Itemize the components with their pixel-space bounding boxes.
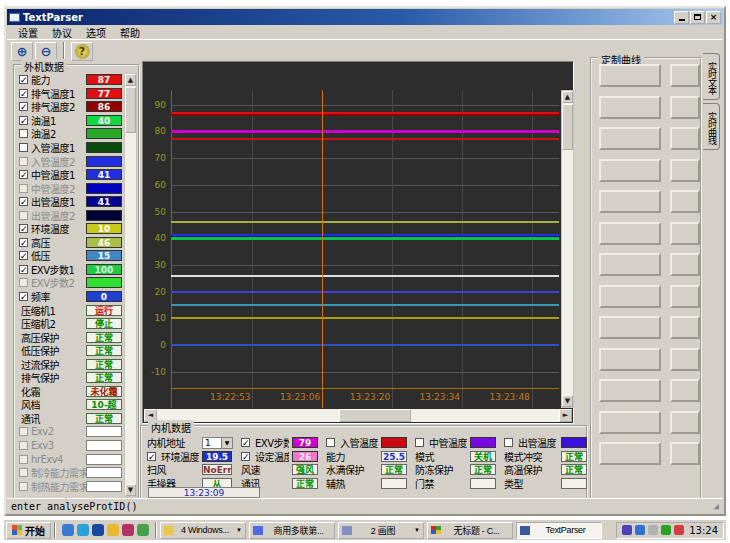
- tray-icon-3[interactable]: [661, 525, 671, 535]
- scroll-thumb[interactable]: [562, 104, 573, 150]
- menu-item-1[interactable]: 协议: [45, 25, 79, 40]
- quicklaunch-icon-3[interactable]: [107, 524, 119, 536]
- chart-plot[interactable]: 13:22:5313:23:0613:23:2013:23:3413:23:48: [171, 90, 559, 408]
- side-tab-0[interactable]: 实时文本: [703, 53, 720, 100]
- scroll-right-icon[interactable]: ►: [559, 409, 572, 422]
- quicklaunch-icon-0[interactable]: [62, 524, 74, 536]
- outdoor-item-4: 油温2: [17, 127, 122, 141]
- series-line-4: [171, 221, 559, 223]
- curve-small-button-5[interactable]: [670, 222, 700, 245]
- curve-small-button-12[interactable]: [670, 442, 700, 465]
- chevron-down-icon[interactable]: ▼: [221, 438, 232, 448]
- checkbox[interactable]: ✓: [19, 238, 28, 247]
- zoom-in-icon[interactable]: ⊕: [11, 42, 33, 61]
- indoor-data-panel: 内机数据 内机地址1▼✓环境温度19.5扫风NoErr手操器从✓EXV步数79✓…: [140, 425, 588, 501]
- curve-button-8[interactable]: [599, 316, 661, 339]
- menu-item-0[interactable]: 设置: [11, 25, 45, 40]
- curve-button-9[interactable]: [599, 348, 661, 371]
- tray-icon-0[interactable]: [622, 525, 632, 535]
- restore-icon[interactable]: [690, 11, 705, 24]
- task-button-4[interactable]: TextParser: [516, 522, 602, 539]
- checkbox[interactable]: ✓: [19, 170, 28, 179]
- curve-button-4[interactable]: [599, 190, 661, 213]
- checkbox[interactable]: ✓: [19, 116, 28, 125]
- task-label: 无标题 - C...: [444, 524, 509, 537]
- checkbox[interactable]: [504, 438, 513, 447]
- curve-button-3[interactable]: [599, 159, 661, 182]
- start-label: 开始: [25, 523, 45, 538]
- curve-button-7[interactable]: [599, 285, 661, 308]
- scroll-up-icon[interactable]: ▲: [125, 74, 136, 86]
- curve-small-button-4[interactable]: [670, 190, 700, 213]
- curve-small-button-8[interactable]: [670, 316, 700, 339]
- indoor-row: 中管温度: [415, 436, 496, 450]
- tray-icon-4[interactable]: [674, 525, 684, 535]
- curve-small-button-7[interactable]: [670, 285, 700, 308]
- checkbox[interactable]: [326, 438, 335, 447]
- curve-small-button-9[interactable]: [670, 348, 700, 371]
- tray-icon-1[interactable]: [635, 525, 645, 535]
- checkbox[interactable]: ✓: [19, 265, 28, 274]
- checkbox[interactable]: ✓: [19, 197, 28, 206]
- curve-small-button-10[interactable]: [670, 379, 700, 402]
- checkbox[interactable]: ✓: [19, 251, 28, 260]
- curve-button-1[interactable]: [599, 96, 661, 119]
- task-button-1[interactable]: 商用多联第...: [249, 522, 335, 539]
- scroll-down-icon[interactable]: ▼: [125, 484, 136, 496]
- curve-button-2[interactable]: [599, 127, 661, 150]
- quicklaunch-icon-2[interactable]: [92, 524, 104, 536]
- resize-grip[interactable]: ◢: [714, 501, 719, 511]
- checkbox[interactable]: [415, 438, 424, 447]
- scroll-thumb[interactable]: [125, 87, 136, 133]
- curve-button-0[interactable]: [599, 64, 661, 87]
- curve-button-12[interactable]: [599, 442, 661, 465]
- curve-small-button-2[interactable]: [670, 127, 700, 150]
- indoor-value: [561, 478, 587, 489]
- curve-small-button-3[interactable]: [670, 159, 700, 182]
- checkbox[interactable]: ✓: [19, 224, 28, 233]
- outdoor-scrollbar[interactable]: ▲ ▼: [124, 73, 137, 497]
- curve-button-10[interactable]: [599, 379, 661, 402]
- task-button-3[interactable]: 无标题 - C...: [427, 522, 513, 539]
- curve-button-5[interactable]: [599, 222, 661, 245]
- tray-icon-2[interactable]: [648, 525, 658, 535]
- minimize-icon[interactable]: [674, 11, 689, 24]
- checkbox[interactable]: ✓: [19, 292, 28, 301]
- checkbox[interactable]: ✓: [241, 438, 250, 447]
- scroll-thumb[interactable]: [339, 409, 411, 422]
- zoom-out-icon[interactable]: ⊖: [35, 42, 57, 61]
- quicklaunch-icon-4[interactable]: [122, 524, 134, 536]
- side-tab-1[interactable]: 实时曲线: [703, 103, 720, 150]
- checkbox[interactable]: ✓: [147, 452, 156, 461]
- start-button[interactable]: 开始: [6, 522, 51, 539]
- curve-small-button-11[interactable]: [670, 411, 700, 434]
- time-cursor[interactable]: [322, 90, 323, 408]
- task-button-2[interactable]: 2 画图▼: [338, 522, 424, 539]
- task-button-0[interactable]: 4 Windows...▼: [160, 522, 246, 539]
- scroll-down-icon[interactable]: ▼: [562, 395, 573, 407]
- curve-button-11[interactable]: [599, 411, 661, 434]
- indoor-address-dropdown[interactable]: 1▼: [202, 437, 233, 449]
- checkbox[interactable]: ✓: [19, 75, 28, 84]
- curve-small-button-6[interactable]: [670, 253, 700, 276]
- checkbox[interactable]: [19, 143, 28, 152]
- curve-button-6[interactable]: [599, 253, 661, 276]
- scroll-up-icon[interactable]: ▲: [562, 91, 573, 103]
- curve-small-button-1[interactable]: [670, 96, 700, 119]
- checkbox[interactable]: ✓: [241, 452, 250, 461]
- close-icon[interactable]: ×: [706, 11, 721, 24]
- checkbox[interactable]: ✓: [19, 89, 28, 98]
- chart-vertical-scrollbar[interactable]: ▲ ▼: [561, 90, 574, 408]
- quicklaunch-icon-5[interactable]: [137, 524, 149, 536]
- quicklaunch-icon-1[interactable]: [77, 524, 89, 536]
- curve-small-button-0[interactable]: [670, 64, 700, 87]
- checkbox: [19, 427, 28, 436]
- chart-horizontal-scrollbar[interactable]: ◄ ►: [144, 409, 572, 422]
- menu-item-2[interactable]: 选项: [79, 25, 113, 40]
- checkbox[interactable]: ✓: [19, 102, 28, 111]
- outdoor-item-value: 10-超: [86, 399, 122, 410]
- checkbox[interactable]: [19, 129, 28, 138]
- menu-item-3[interactable]: 帮助: [113, 25, 147, 40]
- help-button[interactable]: ?: [71, 42, 93, 61]
- titlebar[interactable]: TextParser ×: [7, 9, 723, 25]
